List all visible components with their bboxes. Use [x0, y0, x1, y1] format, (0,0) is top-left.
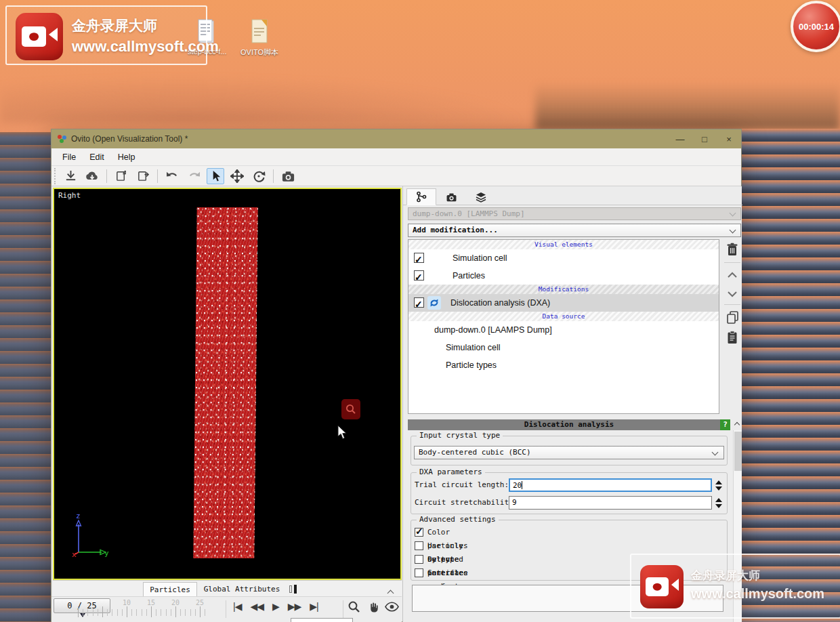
trial-circuit-length-input[interactable]: 20: [509, 478, 712, 492]
toolbar-separator: [273, 169, 274, 183]
title-bar[interactable]: Ovito (Open Visualization Tool) * — □ ×: [51, 129, 741, 148]
viewport-nav-controls: [348, 600, 399, 613]
minimize-button[interactable]: —: [668, 129, 692, 148]
desktop: { "desktop": { "watermark": { "brand": "…: [0, 0, 840, 622]
list-item-dump-file[interactable]: dump-down.0 [LAAMPS Dump]: [408, 321, 719, 339]
tab-pipeline[interactable]: [406, 188, 436, 205]
delete-modifier-button[interactable]: [722, 241, 742, 258]
camera-lens-dot: [653, 583, 662, 591]
trial-circuit-length-label: Trial circuit length:: [415, 478, 509, 492]
timeline-ruler-major-ticks[interactable]: [78, 606, 205, 617]
list-item-particles[interactable]: Particles: [408, 267, 719, 285]
undo-icon[interactable]: [163, 168, 181, 184]
item-label: Dislocation analysis (DXA): [450, 294, 550, 312]
desktop-icon-ovito-script[interactable]: OVITO脚本: [238, 19, 280, 61]
tab-render[interactable]: [436, 188, 466, 205]
list-item-particle-types[interactable]: Particle types: [408, 356, 719, 374]
select-mode-icon[interactable]: [207, 168, 224, 184]
previous-frame-icon[interactable]: ◀◀: [250, 601, 264, 612]
watermark-url: www.callmysoft.com: [691, 585, 824, 602]
menu-file[interactable]: File: [56, 152, 83, 162]
checkbox[interactable]: [415, 541, 423, 550]
pipeline-selector-dropdown[interactable]: dump-down.0 [LAMMPS Dump]: [408, 207, 741, 220]
scrollbar-thumb[interactable]: [734, 432, 742, 471]
import-remote-file-icon[interactable]: [83, 168, 101, 184]
play-icon[interactable]: ▶: [272, 601, 279, 612]
recorder-watermark-top: 金舟录屏大师 www.callmysoft.com: [5, 5, 207, 65]
menu-help[interactable]: Help: [111, 152, 142, 162]
eye-icon[interactable]: [385, 602, 399, 612]
rotate-mode-icon[interactable]: [250, 168, 268, 184]
circuit-stretchability-input[interactable]: 9: [509, 496, 712, 510]
help-button[interactable]: ?: [720, 419, 730, 430]
watermark-url: www.callmysoft.com: [72, 37, 219, 56]
snowy-trees-right: [742, 129, 840, 622]
panel-scroll-up-button[interactable]: [732, 419, 742, 430]
trial-circuit-length-spinner[interactable]: [715, 478, 722, 492]
move-up-button[interactable]: [722, 266, 742, 284]
crystal-type-dropdown[interactable]: Body-centered cubic (BCC): [414, 446, 724, 459]
frame-spinbox-partial[interactable]: [291, 618, 353, 622]
save-state-icon[interactable]: [134, 168, 152, 184]
menu-edit[interactable]: Edit: [83, 152, 111, 162]
move-mode-icon[interactable]: [228, 168, 246, 184]
layers-icon: [476, 192, 486, 203]
refresh-icon: [427, 296, 441, 310]
checkbox[interactable]: [414, 270, 424, 281]
list-item-dislocation-analysis[interactable]: Dislocation analysis (DXA): [408, 294, 719, 312]
clone-pipeline-icon[interactable]: [112, 168, 130, 184]
menu-bar: File Edit Help: [51, 148, 741, 166]
side-separator: [724, 304, 740, 305]
checkbox[interactable]: [414, 297, 424, 308]
skip-to-start-icon[interactable]: |◀: [233, 601, 241, 612]
inspector-expand-icon[interactable]: [388, 586, 395, 592]
item-label: dump-down.0 [LAAMPS Dump]: [434, 321, 552, 339]
render-viewport-camera-icon[interactable]: [279, 168, 297, 184]
paste-button[interactable]: [722, 329, 742, 346]
checkbox[interactable]: [415, 528, 423, 537]
properties-title: Dislocation analysis: [524, 420, 614, 429]
chevron-down-icon: [727, 291, 738, 297]
text-caret: [522, 481, 522, 489]
recording-timer: 00:00:14: [791, 1, 840, 52]
playback-controls: |◀ ◀◀ ▶ ▶▶ ▶|: [233, 601, 318, 612]
mountain-ridge: [0, 76, 528, 123]
pan-hand-icon[interactable]: [366, 600, 379, 613]
camera-viewfinder: [671, 579, 679, 591]
close-button[interactable]: ×: [717, 129, 741, 148]
properties-header[interactable]: Dislocation analysis ?: [408, 419, 730, 430]
list-item-simulation-cell[interactable]: Simulation cell: [408, 249, 719, 267]
skip-to-end-icon[interactable]: ▶|: [310, 601, 318, 612]
snowy-trees-left: [0, 132, 52, 622]
maximize-button[interactable]: □: [692, 129, 717, 148]
next-frame-icon[interactable]: ▶▶: [288, 601, 301, 612]
add-modification-dropdown[interactable]: Add modification...: [408, 224, 741, 237]
inspector-bars-icon[interactable]: [289, 585, 299, 594]
item-label: Simulation cell: [453, 249, 507, 267]
zoom-icon[interactable]: [348, 600, 360, 613]
toolbar-separator: [106, 169, 107, 183]
add-modification-label: Add modification...: [413, 226, 498, 234]
timeline-bar: 0 / 25 10 15 20 25 |◀ ◀◀ ▶ ▶▶ ▶|: [51, 596, 402, 622]
axis-tripod: z y x: [60, 511, 110, 561]
group-label: Input crystal type: [417, 431, 503, 440]
pipeline-selector-value: dump-down.0 [LAMMPS Dump]: [413, 209, 525, 218]
import-file-icon[interactable]: [62, 168, 79, 184]
axis-x-label: x: [72, 550, 77, 559]
section-header-visual-elements: Visual elements: [408, 240, 719, 249]
checkbox[interactable]: [415, 568, 423, 577]
ruler-label: 15: [144, 599, 158, 606]
inspector-tab-particles[interactable]: Particles: [143, 582, 197, 597]
copy-pipeline-button[interactable]: [722, 308, 742, 326]
checkbox[interactable]: [414, 253, 424, 263]
checkbox[interactable]: [415, 555, 423, 564]
viewport-right[interactable]: Right z y x: [53, 188, 402, 580]
inspector-tab-global-attributes[interactable]: Global Attributes: [200, 582, 284, 597]
list-item-simulation-cell-source[interactable]: Simulation cell: [408, 339, 719, 356]
viewport-label[interactable]: Right: [58, 191, 81, 200]
circuit-stretchability-spinner[interactable]: [715, 496, 722, 510]
tab-overlays[interactable]: [466, 188, 496, 205]
toolbar-drag-handle[interactable]: [54, 168, 57, 184]
chevron-down-icon: [712, 449, 719, 456]
move-down-button[interactable]: [722, 285, 742, 303]
